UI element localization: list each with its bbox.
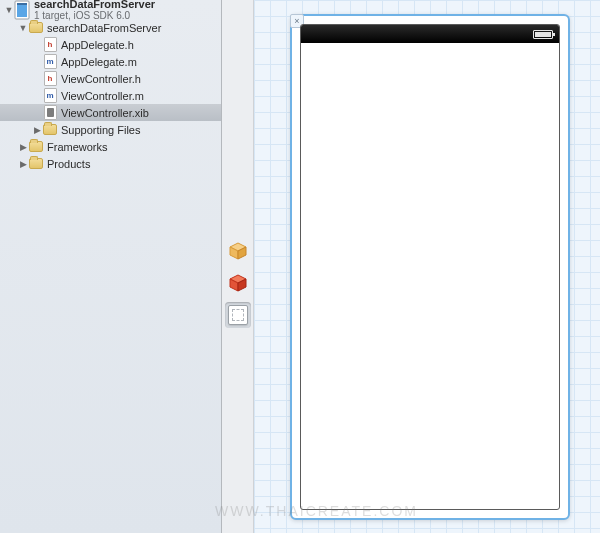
battery-icon	[533, 30, 553, 39]
folder-icon	[28, 139, 44, 155]
dock-view-icon[interactable]	[225, 302, 251, 328]
project-navigator[interactable]: ▼ searchDataFromServer 1 target, iOS SDK…	[0, 0, 222, 533]
header-file-icon: h	[42, 71, 58, 87]
disclosure-triangle-icon[interactable]: ▶	[18, 159, 28, 169]
root-view[interactable]	[300, 24, 560, 510]
folder-label: Products	[47, 158, 90, 170]
implementation-file-icon: m	[42, 88, 58, 104]
folder-icon	[28, 156, 44, 172]
svg-rect-1	[17, 5, 27, 17]
status-bar	[301, 25, 559, 43]
folder-label: Frameworks	[47, 141, 108, 153]
project-title: searchDataFromServer	[34, 0, 155, 10]
tree-folder-supporting[interactable]: ▶ Supporting Files	[0, 121, 221, 138]
tree-file-viewcontroller-xib[interactable]: ▶ ViewController.xib	[0, 104, 221, 121]
device-frame[interactable]: ×	[290, 14, 570, 520]
implementation-file-icon: m	[42, 54, 58, 70]
tree-file-viewcontroller-m[interactable]: ▶ m ViewController.m	[0, 87, 221, 104]
file-label: AppDelegate.h	[61, 39, 134, 51]
disclosure-triangle-icon[interactable]: ▶	[18, 142, 28, 152]
ib-canvas[interactable]: ×	[254, 0, 600, 533]
project-header-row[interactable]: ▼ searchDataFromServer 1 target, iOS SDK…	[0, 0, 221, 17]
svg-rect-2	[17, 3, 27, 5]
tree-folder-products[interactable]: ▶ Products	[0, 155, 221, 172]
dock-firstresponder-icon[interactable]	[225, 270, 251, 296]
file-label: ViewController.h	[61, 73, 141, 85]
xcode-project-icon	[14, 0, 30, 20]
tree-file-appdelegate-h[interactable]: ▶ h AppDelegate.h	[0, 36, 221, 53]
disclosure-triangle-icon[interactable]: ▼	[18, 23, 28, 33]
disclosure-triangle-icon[interactable]: ▼	[4, 5, 14, 15]
dock-placeholder-icon[interactable]	[225, 238, 251, 264]
ib-dock	[222, 0, 254, 533]
xib-file-icon	[42, 105, 58, 121]
file-label: ViewController.xib	[61, 107, 149, 119]
folder-icon	[42, 122, 58, 138]
disclosure-triangle-icon[interactable]: ▶	[32, 125, 42, 135]
folder-label: Supporting Files	[61, 124, 141, 136]
header-file-icon: h	[42, 37, 58, 53]
folder-icon	[28, 20, 44, 36]
tree-folder-frameworks[interactable]: ▶ Frameworks	[0, 138, 221, 155]
tree-folder-root[interactable]: ▼ searchDataFromServer	[0, 19, 221, 36]
tree-file-appdelegate-m[interactable]: ▶ m AppDelegate.m	[0, 53, 221, 70]
project-subtitle: 1 target, iOS SDK 6.0	[34, 10, 155, 22]
tree-file-viewcontroller-h[interactable]: ▶ h ViewController.h	[0, 70, 221, 87]
file-label: ViewController.m	[61, 90, 144, 102]
folder-label: searchDataFromServer	[47, 22, 161, 34]
file-label: AppDelegate.m	[61, 56, 137, 68]
